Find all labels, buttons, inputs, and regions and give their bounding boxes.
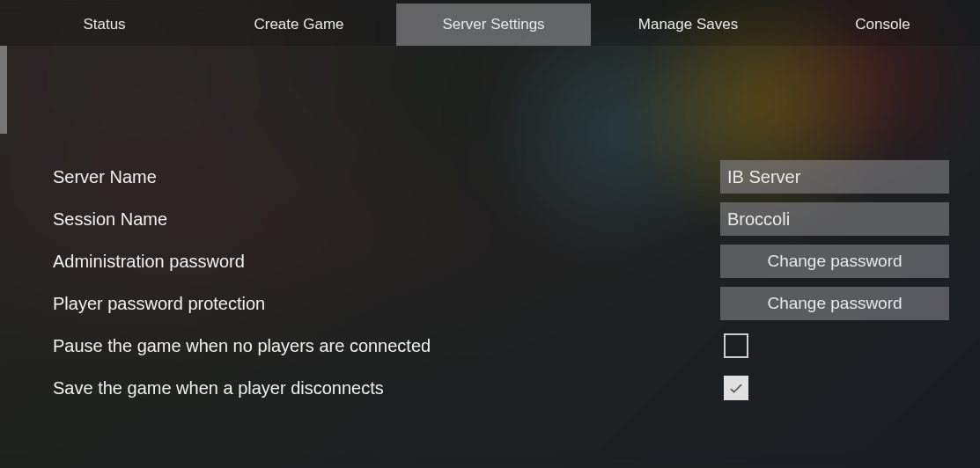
player-password-label: Player password protection: [53, 294, 720, 314]
tab-manage-saves[interactable]: Manage Saves: [591, 4, 785, 46]
player-password-button[interactable]: Change password: [720, 287, 949, 320]
tab-status[interactable]: Status: [7, 4, 202, 46]
check-icon: [727, 379, 745, 397]
tab-create-game[interactable]: Create Game: [202, 4, 396, 46]
save-on-disconnect-label: Save the game when a player disconnects: [53, 378, 720, 399]
pause-no-players-checkbox[interactable]: [724, 333, 748, 358]
tab-server-settings[interactable]: Server Settings: [396, 4, 591, 46]
pause-no-players-label: Pause the game when no players are conne…: [53, 336, 720, 356]
settings-panel: Server Name Session Name Administration …: [0, 46, 980, 405]
admin-password-label: Administration password: [53, 252, 720, 272]
session-name-input[interactable]: [720, 202, 949, 236]
save-on-disconnect-checkbox[interactable]: [724, 376, 748, 400]
server-name-label: Server Name: [53, 167, 720, 187]
session-name-label: Session Name: [53, 209, 720, 230]
server-name-input[interactable]: [720, 160, 949, 194]
tab-console[interactable]: Console: [785, 4, 980, 46]
tab-bar: Status Create Game Server Settings Manag…: [0, 0, 980, 46]
admin-password-button[interactable]: Change password: [720, 245, 949, 278]
